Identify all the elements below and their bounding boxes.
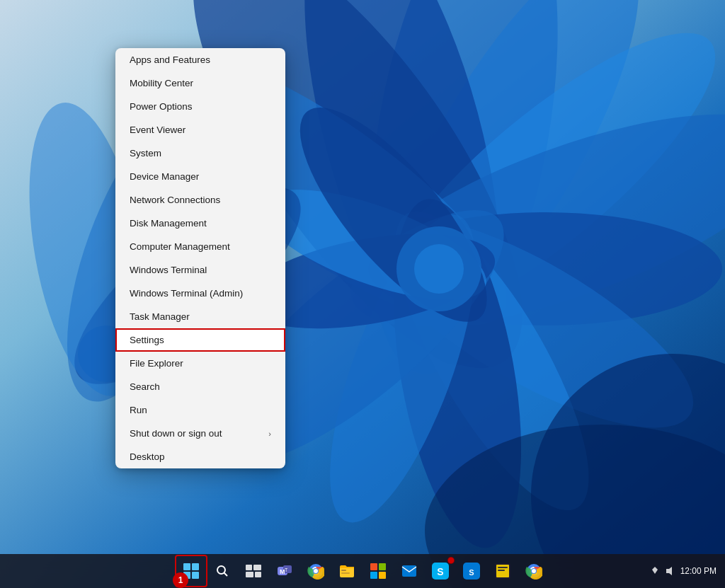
volume-icon [665, 565, 676, 577]
menu-item-windows-terminal[interactable]: Windows Terminal [115, 258, 285, 282]
search-icon [215, 564, 229, 578]
svg-point-58 [532, 569, 536, 573]
menu-item-settings[interactable]: Settings 2 [115, 328, 285, 352]
menu-item-system[interactable]: System [115, 142, 285, 165]
taskbar: 1 M T [0, 554, 725, 588]
skype-icon: S [431, 562, 450, 580]
context-menu: Apps and Features Mobility Center Power … [115, 48, 285, 468]
skype-button[interactable]: S [426, 557, 455, 585]
svg-text:S: S [437, 566, 443, 577]
store-icon [370, 563, 387, 580]
svg-rect-45 [379, 572, 386, 579]
menu-item-file-explorer[interactable]: File Explorer [115, 352, 285, 375]
chrome-button-2[interactable] [520, 557, 548, 585]
clock-time: 12:00 PM [680, 566, 717, 576]
svg-marker-59 [666, 567, 672, 575]
network-icon [649, 565, 661, 577]
file-explorer-icon [338, 563, 355, 580]
onedrive-button[interactable]: S [457, 557, 486, 585]
menu-item-shut-down[interactable]: Shut down or sign out › [115, 422, 285, 445]
mail-icon [401, 563, 418, 580]
desktop-background [0, 0, 725, 588]
task-view-button[interactable] [239, 557, 268, 585]
menu-item-windows-terminal-admin[interactable]: Windows Terminal (Admin) [115, 282, 285, 305]
svg-rect-54 [498, 570, 505, 571]
menu-item-task-manager[interactable]: Task Manager [115, 305, 285, 328]
svg-rect-41 [341, 572, 350, 574]
notes-icon [494, 563, 511, 580]
svg-point-18 [414, 244, 464, 294]
search-button[interactable] [208, 557, 236, 585]
mail-button[interactable] [395, 557, 423, 585]
skype-notification-dot [447, 557, 455, 564]
teams-icon: M T [276, 563, 293, 580]
chrome-button[interactable] [302, 557, 330, 585]
svg-point-25 [217, 566, 225, 574]
taskbar-center: 1 M T [177, 557, 548, 585]
task-view-icon [246, 565, 261, 577]
svg-rect-29 [246, 572, 253, 577]
menu-item-device-manager[interactable]: Device Manager [115, 165, 285, 188]
wallpaper-svg [0, 0, 725, 588]
menu-item-disk-management[interactable]: Disk Management [115, 212, 285, 235]
svg-rect-44 [370, 572, 377, 579]
menu-item-desktop[interactable]: Desktop [115, 445, 285, 468]
chrome-icon-2 [525, 563, 542, 580]
onedrive-icon: S [462, 562, 481, 580]
menu-item-computer-management[interactable]: Computer Management [115, 235, 285, 258]
svg-rect-40 [341, 570, 346, 571]
menu-item-search[interactable]: Search [115, 375, 285, 398]
svg-rect-30 [255, 572, 261, 577]
file-explorer-button[interactable] [333, 557, 361, 585]
menu-item-event-viewer[interactable]: Event Viewer [115, 118, 285, 142]
svg-text:T: T [285, 567, 288, 572]
svg-text:S: S [469, 568, 474, 577]
svg-rect-27 [246, 565, 252, 570]
svg-rect-28 [253, 565, 261, 570]
svg-line-26 [224, 573, 228, 577]
svg-rect-39 [340, 567, 354, 577]
svg-rect-46 [402, 565, 416, 577]
notes-button[interactable] [489, 557, 517, 585]
menu-item-network-connections[interactable]: Network Connections [115, 188, 285, 212]
menu-item-apps-features[interactable]: Apps and Features [115, 48, 285, 71]
menu-item-power-options[interactable]: Power Options [115, 95, 285, 118]
teams-button[interactable]: M T [270, 557, 299, 585]
submenu-arrow: › [268, 430, 271, 438]
svg-rect-53 [498, 567, 508, 568]
start-button[interactable]: 1 [177, 557, 205, 585]
menu-item-mobility-center[interactable]: Mobility Center [115, 71, 285, 95]
svg-rect-43 [379, 563, 386, 570]
start-badge: 1 [173, 572, 188, 588]
svg-point-38 [314, 569, 318, 573]
chrome-icon [307, 563, 324, 580]
menu-item-run[interactable]: Run [115, 398, 285, 422]
taskbar-right: 12:00 PM [649, 565, 717, 577]
store-button[interactable] [364, 557, 392, 585]
svg-rect-42 [370, 563, 377, 570]
